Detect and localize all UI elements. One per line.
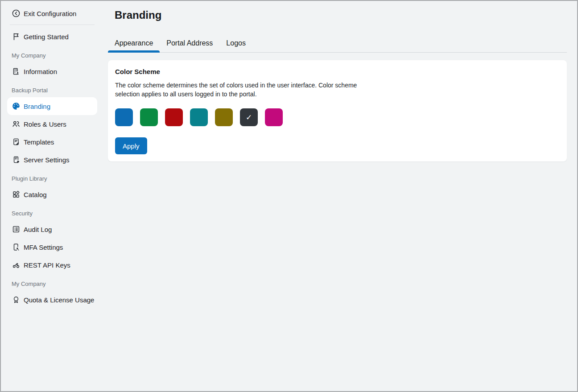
sidebar-section-security: Security — [1, 210, 103, 217]
tab-bar: Appearance Portal Address Logos — [108, 34, 567, 53]
sidebar-item-label: Catalog — [24, 191, 47, 198]
sidebar-item-label: Exit Configuration — [24, 10, 76, 17]
server-gear-icon — [12, 155, 21, 164]
users-icon — [12, 120, 21, 128]
sidebar-section-my-company: My Company — [1, 52, 103, 59]
sidebar-section-backup-portal: Backup Portal — [1, 87, 103, 94]
sidebar-item-server-settings[interactable]: Server Settings — [7, 151, 97, 169]
sidebar-item-label: MFA Settings — [24, 243, 63, 251]
sidebar-item-mfa-settings[interactable]: MFA Settings — [7, 238, 97, 256]
tab-appearance[interactable]: Appearance — [108, 34, 160, 52]
app-window: Exit Configuration Getting Started My Co… — [0, 0, 578, 392]
color-swatch-olive[interactable] — [215, 108, 233, 126]
keys-icon — [12, 260, 21, 269]
main-content: Branding Appearance Portal Address Logos… — [108, 1, 567, 161]
clipboard-pencil-icon — [12, 137, 21, 146]
sidebar-item-label: Branding — [24, 103, 50, 110]
sidebar-item-audit-log[interactable]: Audit Log — [7, 220, 97, 238]
apply-button[interactable]: Apply — [115, 137, 147, 154]
color-swatch-red[interactable] — [165, 108, 183, 126]
color-swatch-graphite[interactable] — [240, 108, 258, 126]
sidebar-section-plugin-library: Plugin Library — [1, 175, 103, 182]
list-icon — [12, 225, 21, 234]
device-key-icon — [12, 243, 21, 252]
sidebar-item-quota-license-usage[interactable]: Quota & License Usage — [7, 291, 97, 309]
sidebar-item-label: Quota & License Usage — [24, 296, 94, 304]
sidebar-item-roles-users[interactable]: Roles & Users — [7, 115, 97, 133]
color-scheme-card: Color Scheme The color scheme determines… — [108, 60, 567, 161]
sidebar-section-my-company-2: My Company — [1, 281, 103, 288]
sidebar-item-label: Roles & Users — [24, 120, 66, 128]
chevron-left-circle-icon — [12, 9, 21, 18]
sidebar-item-branding[interactable]: Branding — [7, 97, 97, 115]
sidebar-item-getting-started[interactable]: Getting Started — [7, 28, 97, 45]
sidebar-item-label: Audit Log — [24, 226, 52, 233]
palette-icon — [12, 102, 21, 111]
card-description: The color scheme determines the set of c… — [115, 81, 363, 99]
sidebar: Exit Configuration Getting Started My Co… — [1, 1, 103, 391]
card-title: Color Scheme — [115, 67, 560, 76]
sidebar-item-rest-api-keys[interactable]: REST API Keys — [7, 256, 97, 274]
color-swatch-teal[interactable] — [190, 108, 208, 126]
color-swatch-green[interactable] — [140, 108, 158, 126]
color-swatch-blue[interactable] — [115, 108, 133, 126]
sidebar-item-label: Information — [24, 68, 57, 75]
page-title: Branding — [115, 8, 567, 22]
flag-icon — [12, 32, 21, 41]
sidebar-item-label: Templates — [24, 138, 54, 146]
sidebar-item-information[interactable]: Information — [7, 62, 97, 80]
tab-portal-address[interactable]: Portal Address — [160, 34, 219, 52]
sidebar-item-label: REST API Keys — [24, 261, 70, 269]
company-building-icon — [12, 67, 21, 76]
sidebar-item-exit-configuration[interactable]: Exit Configuration — [7, 4, 97, 22]
tab-label: Appearance — [115, 39, 153, 47]
color-swatch-row — [115, 108, 560, 126]
sidebar-item-label: Getting Started — [24, 33, 69, 41]
sidebar-divider — [10, 25, 95, 25]
color-swatch-magenta[interactable] — [265, 108, 283, 126]
sidebar-item-templates[interactable]: Templates — [7, 133, 97, 151]
tab-label: Logos — [226, 39, 246, 47]
grid-puzzle-icon — [12, 190, 21, 199]
award-ribbon-icon — [12, 295, 21, 304]
tab-logos[interactable]: Logos — [219, 34, 252, 52]
sidebar-item-catalog[interactable]: Catalog — [7, 186, 97, 203]
tab-label: Portal Address — [166, 39, 213, 47]
sidebar-item-label: Server Settings — [24, 156, 70, 164]
